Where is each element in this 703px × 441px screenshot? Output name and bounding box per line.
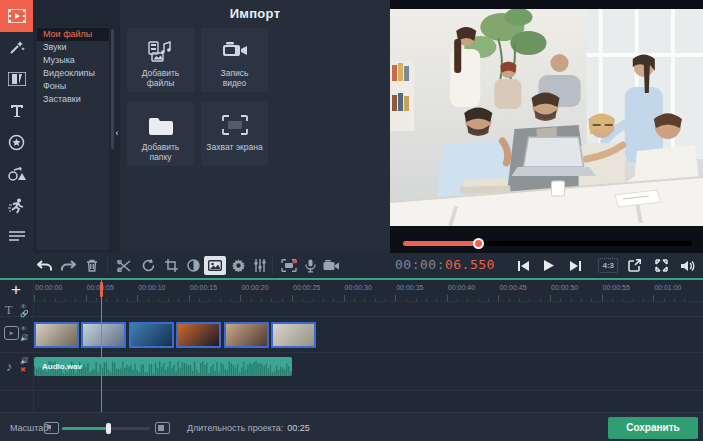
media-library-panel: Мои файлыЗвукиМузыкаВидеоклипыФоныЗастав… — [33, 0, 120, 253]
play-button[interactable] — [538, 255, 560, 276]
sidebar-tab-more[interactable] — [0, 221, 33, 253]
split-scissors-button[interactable] — [113, 255, 135, 276]
video-clip[interactable] — [176, 322, 221, 348]
timecode-display: 00:00:06.550 — [395, 257, 495, 272]
screen-capture-button[interactable]: Захват экрана — [201, 102, 268, 166]
ruler-label: 00:00:20 — [241, 284, 268, 291]
sidebar-tab-filters[interactable] — [0, 32, 33, 64]
running-person-icon — [8, 198, 25, 214]
clip-properties-button[interactable] — [204, 256, 226, 275]
audio-clip[interactable]: Audio.wav — [34, 357, 292, 376]
ruler-label: 00:00:40 — [448, 284, 475, 291]
audio-levels-button[interactable] — [249, 255, 271, 276]
record-video-label: Запись видео — [221, 68, 249, 88]
rotate-button[interactable] — [137, 255, 159, 276]
ruler-label: 00:00:35 — [396, 284, 423, 291]
webcam-button[interactable] — [320, 255, 342, 276]
preview-player — [390, 0, 703, 253]
audio-track-icon: ♪ — [6, 359, 13, 374]
track-header-column — [0, 280, 34, 412]
settings-gear-button[interactable] — [227, 255, 249, 276]
audio-track-mute-icon[interactable]: 🔊 — [20, 357, 29, 364]
media-category-item[interactable]: Мои файлы — [37, 28, 109, 41]
ruler-label: 00:00:45 — [499, 284, 526, 291]
media-category-item[interactable]: Заставки — [37, 93, 109, 106]
media-category-item[interactable]: Звуки — [37, 41, 109, 54]
next-frame-button[interactable] — [564, 255, 586, 276]
audio-clip-name: Audio.wav — [42, 362, 82, 371]
zoom-out-icon[interactable] — [44, 422, 59, 434]
magic-wand-icon — [9, 39, 25, 55]
video-clip[interactable] — [34, 322, 79, 348]
sidebar-tab-transitions[interactable] — [0, 63, 33, 95]
sidebar-tab-callouts[interactable] — [0, 158, 33, 190]
undo-button[interactable] — [33, 255, 55, 276]
ruler-label: 00:01:00 — [654, 284, 681, 291]
timeline: + 00:00:0000:00:0500:00:1000:00:1500:00:… — [0, 280, 703, 412]
add-files-icon — [148, 34, 174, 68]
media-category-list: Мои файлыЗвукиМузыкаВидеоклипыФоныЗастав… — [37, 27, 109, 250]
seek-handle[interactable] — [473, 238, 484, 249]
ruler-label: 00:00:25 — [293, 284, 320, 291]
media-category-item[interactable]: Видеоклипы — [37, 67, 109, 80]
add-folder-label: Добавить папку — [142, 142, 180, 162]
titles-t-icon — [9, 103, 25, 119]
video-clip[interactable] — [224, 322, 269, 348]
title-track-visibility-icon[interactable]: 👁 — [20, 303, 27, 310]
ruler-label: 00:00:50 — [551, 284, 578, 291]
media-category-item[interactable]: Музыка — [37, 54, 109, 67]
zoom-slider-fill — [62, 427, 108, 430]
screen-capture-icon — [222, 108, 248, 142]
status-bar: Масштаб: Длительность проекта:00:25 Сохр… — [0, 412, 703, 441]
preview-right-controls: 4:3 — [598, 255, 699, 276]
redo-button[interactable] — [57, 255, 79, 276]
list-menu-icon — [9, 231, 25, 243]
tool-sidebar — [0, 0, 33, 253]
timeline-ruler[interactable]: 00:00:0000:00:0500:00:1000:00:1500:00:20… — [33, 280, 703, 302]
zoom-slider-handle[interactable] — [106, 423, 111, 434]
add-files-label: Добавить файлы — [142, 68, 180, 88]
video-clip[interactable] — [129, 322, 174, 348]
video-editor-app: Мои файлыЗвукиМузыкаВидеоклипыФоныЗастав… — [0, 0, 703, 441]
video-track-icon: ▸ — [4, 326, 19, 340]
sidebar-tab-animation[interactable] — [0, 190, 33, 222]
project-duration: Длительность проекта:00:25 — [187, 423, 310, 433]
detach-preview-button[interactable] — [623, 255, 645, 276]
video-frame[interactable] — [390, 9, 703, 226]
zoom-in-icon[interactable] — [155, 422, 170, 434]
video-clip[interactable] — [271, 322, 316, 348]
sidebar-tab-stickers[interactable] — [0, 127, 33, 159]
video-track-visibility-icon[interactable]: 👁 — [20, 325, 27, 332]
edit-toolbar: 00:00:06.550 4:3 — [0, 253, 703, 278]
aspect-ratio-button[interactable]: 4:3 — [598, 258, 618, 273]
screen-record-button[interactable] — [278, 255, 300, 276]
color-adjust-button[interactable] — [182, 255, 204, 276]
screen-capture-label: Захват экрана — [206, 142, 262, 152]
media-category-item[interactable]: Фоны — [37, 80, 109, 93]
sidebar-tab-titles[interactable] — [0, 95, 33, 127]
add-folder-button[interactable]: Добавить папку — [127, 102, 194, 166]
title-track-link-icon[interactable]: 🔗 — [20, 310, 29, 317]
delete-button[interactable] — [81, 255, 103, 276]
sidebar-tab-import[interactable] — [0, 0, 33, 32]
ruler-label: 00:00:15 — [190, 284, 217, 291]
video-clips — [34, 322, 318, 348]
transition-filmstrip-icon — [8, 72, 26, 86]
video-track-mute-icon[interactable]: 🔊 — [20, 334, 29, 341]
preview-seek-bar[interactable] — [403, 241, 692, 246]
record-video-button[interactable]: Запись видео — [201, 28, 268, 92]
video-clip[interactable] — [81, 322, 126, 348]
save-button[interactable]: Сохранить — [608, 417, 698, 439]
fullscreen-button[interactable] — [650, 255, 672, 276]
add-track-button[interactable]: + — [6, 281, 26, 299]
microphone-button[interactable] — [299, 255, 321, 276]
playhead[interactable] — [101, 280, 102, 412]
audio-track-unlink-icon[interactable]: ✖ — [20, 366, 26, 373]
volume-button[interactable] — [677, 255, 699, 276]
ruler-label: 00:00:00 — [35, 284, 62, 291]
crop-button[interactable] — [160, 255, 182, 276]
import-panel-title: Импорт — [120, 6, 390, 21]
timeline-zoom-slider[interactable] — [62, 427, 150, 430]
previous-frame-button[interactable] — [512, 255, 534, 276]
add-files-button[interactable]: Добавить файлы — [127, 28, 194, 92]
